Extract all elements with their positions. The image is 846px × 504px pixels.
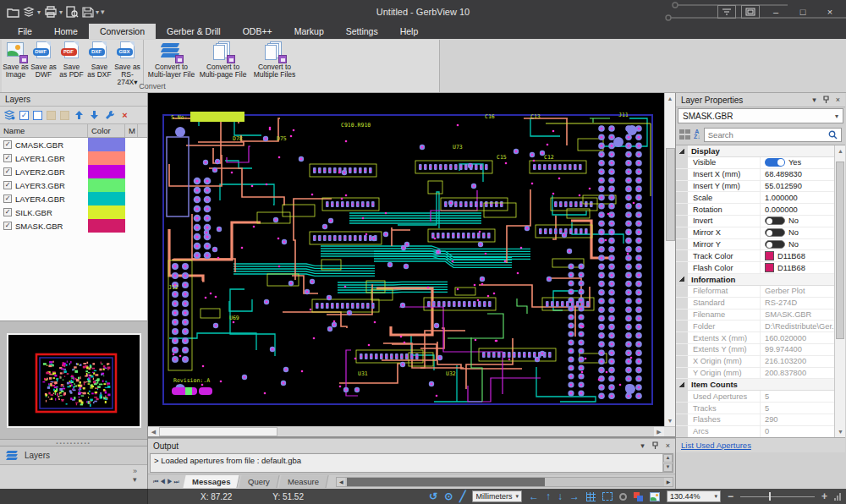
print-dropdown-icon[interactable]: ▾ [59, 8, 63, 16]
prop-scroll-up-icon[interactable]: ▲ [835, 145, 845, 156]
scroll-down-icon[interactable]: ▼ [665, 415, 676, 426]
output-menu-icon[interactable]: ▾ [640, 441, 645, 450]
color-swatch[interactable] [765, 251, 774, 260]
snapshot-icon[interactable] [650, 492, 660, 501]
layer-color-swatch[interactable] [88, 192, 125, 205]
layer-visibility-checkbox[interactable]: ✓ [3, 140, 12, 149]
print-preview-icon[interactable] [66, 6, 79, 18]
snap-circle-icon[interactable]: ⊙ [444, 491, 453, 501]
sort-az-icon[interactable]: AZ↓ [694, 129, 700, 140]
zoom-slider[interactable] [740, 490, 815, 502]
saveas-dropdown-icon[interactable]: ▾ [96, 8, 99, 16]
expand-panels-icon[interactable]: »▾ [133, 467, 137, 484]
output-scroll-right-icon[interactable]: ▶ [664, 479, 673, 485]
pan-up-icon[interactable]: ↑ [546, 491, 551, 501]
property-row-visible[interactable]: VisibleYes [676, 157, 834, 169]
save-dropdown-icon[interactable]: ▾ [37, 8, 41, 16]
property-row-invert[interactable]: InvertNo [676, 216, 834, 227]
property-row-flash-color[interactable]: Flash ColorD11B68 [676, 262, 834, 274]
pan-right-icon[interactable]: → [569, 491, 580, 501]
property-row-rotation[interactable]: Rotation0.000000 [676, 204, 834, 216]
property-search[interactable] [704, 128, 842, 142]
property-row-tracks[interactable]: Tracks5 [676, 403, 834, 414]
layer-visibility-checkbox[interactable]: ✓ [3, 154, 12, 162]
aperture-icon[interactable] [619, 493, 627, 501]
layer-row-cmask-gbr[interactable]: ✓CMASK.GBR [0, 138, 147, 151]
output-tab-query[interactable]: Query [239, 475, 280, 488]
save-as-icon[interactable] [82, 7, 94, 18]
layer-visibility-checkbox[interactable]: ✓ [3, 208, 12, 216]
pan-left-icon[interactable]: ← [529, 491, 539, 501]
menu-tab-home[interactable]: Home [43, 24, 89, 39]
property-row-arcs[interactable]: Arcs0 [676, 426, 834, 437]
layer-color-swatch[interactable] [88, 138, 125, 151]
section-expander-icon[interactable] [679, 382, 684, 387]
properties-menu-icon[interactable]: ▾ [812, 96, 816, 104]
ribbon-button-save-as-dwf[interactable]: DWFSave as DWF [30, 40, 58, 81]
minimize-button[interactable]: – [765, 4, 787, 19]
print-icon[interactable] [44, 6, 58, 18]
property-row-extents-x-mm-[interactable]: Extents X (mm)160.020000 [676, 332, 834, 344]
search-icon[interactable] [828, 130, 838, 140]
menu-tab-odb-[interactable]: ODB++ [232, 24, 283, 39]
section-expander-icon[interactable] [679, 149, 684, 154]
menu-tab-markup[interactable]: Markup [283, 24, 335, 39]
menu-tab-gerber-drill[interactable]: Gerber & Drill [156, 24, 232, 39]
canvas-vertical-scrollbar[interactable]: ▲ ▼ [664, 93, 675, 426]
layer-color-swatch[interactable] [88, 151, 125, 165]
layer-row-layer4-gbr[interactable]: ✓LAYER4.GBR [0, 192, 147, 205]
property-row-fileformat[interactable]: FileformatGerber Plot [676, 286, 834, 298]
layer-row-layer1-gbr[interactable]: ✓LAYER1.GBR [0, 151, 147, 165]
ribbon-button-save-as-rs-274x[interactable]: GBXSave as RS-274X▾ [113, 40, 141, 81]
layer-visibility-checkbox[interactable]: ✓ [3, 181, 12, 189]
pan-down-icon[interactable]: ↓ [558, 491, 563, 501]
output-tab-messages[interactable]: Messages [183, 475, 240, 488]
color-scheme-icon[interactable] [634, 492, 643, 501]
scroll-left-icon[interactable]: ◀ [148, 427, 159, 436]
scroll-up-icon[interactable]: ▲ [665, 93, 676, 104]
property-row-extents-y-mm-[interactable]: Extents Y (mm)99.974400 [676, 344, 834, 356]
properties-scrollbar[interactable]: ▲ ▼ [834, 145, 845, 437]
layer-row-silk-gbr[interactable]: ✓SILK.GBR [0, 205, 147, 219]
remove-layer-icon[interactable]: × [119, 110, 130, 121]
close-button[interactable]: × [819, 4, 841, 19]
output-hscrollbar[interactable]: ◀ ▶ [336, 477, 673, 487]
zoom-dropdown[interactable]: 130.44%▾ [667, 490, 721, 502]
open-file-icon[interactable] [7, 7, 19, 18]
menu-tab-file[interactable]: File [7, 24, 43, 39]
layer-settings-icon[interactable] [4, 110, 15, 121]
layer-color-swatch[interactable] [88, 178, 125, 192]
property-row-mirror-x[interactable]: Mirror XNo [676, 227, 834, 239]
menu-tab-help[interactable]: Help [389, 24, 430, 39]
properties-pin-icon[interactable] [823, 96, 829, 105]
layer-visibility-checkbox[interactable]: ✓ [3, 222, 12, 230]
snap-grid-icon[interactable] [602, 492, 613, 501]
layers-tab[interactable]: Layers [0, 446, 147, 465]
prop-scroll-down-icon[interactable]: ▼ [835, 426, 845, 437]
grid-toggle-icon[interactable] [586, 492, 596, 501]
property-section-information[interactable]: Information [676, 274, 834, 286]
zoom-in-icon[interactable]: + [821, 491, 827, 501]
output-hscroll-thumb[interactable] [347, 478, 545, 486]
output-close-icon[interactable]: × [666, 441, 670, 450]
property-section-display[interactable]: Display [676, 145, 834, 157]
overview-thumbnail[interactable] [7, 333, 141, 428]
layer-visibility-checkbox[interactable]: ✓ [3, 194, 12, 203]
ribbon-collapse-icon[interactable] [717, 5, 736, 19]
categorize-icon[interactable] [679, 129, 690, 140]
search-input[interactable] [708, 130, 828, 140]
output-tab-measure[interactable]: Measure [279, 475, 329, 488]
zoom-out-icon[interactable]: − [728, 491, 733, 501]
color-swatch[interactable] [765, 263, 774, 272]
hscroll-thumb[interactable] [159, 427, 277, 436]
output-pin-icon[interactable] [652, 441, 658, 451]
property-row-used-apertures[interactable]: Used Apertures5 [676, 391, 834, 403]
units-dropdown[interactable]: Millimeters▾ [472, 490, 522, 502]
move-layer-up-icon[interactable] [74, 110, 85, 121]
property-row-scale[interactable]: Scale1.000000 [676, 192, 834, 204]
layer-row-smask-gbr[interactable]: ✓SMASK.GBR [0, 219, 147, 233]
measure-line-icon[interactable]: ╱ [459, 491, 465, 501]
ribbon-button-save-as-dxf[interactable]: DXFSave as DXF [85, 40, 113, 81]
list-used-apertures-link[interactable]: List Used Apertures [681, 441, 751, 450]
tab-nav-buttons[interactable]: ⏮ ◀ ▶ ⏭ [148, 479, 184, 485]
